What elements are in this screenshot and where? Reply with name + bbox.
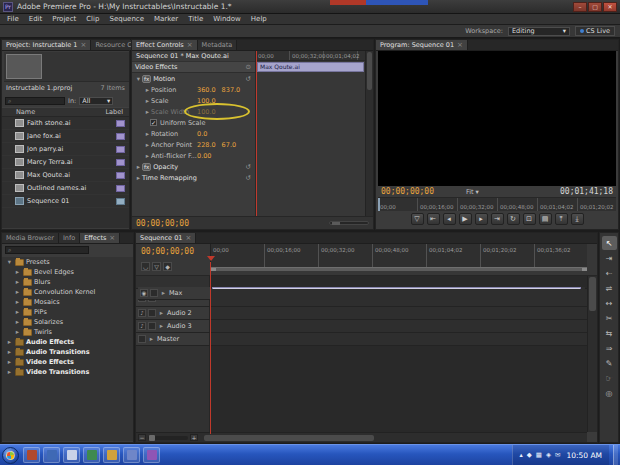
close-icon[interactable]: × [457,41,463,49]
tray-icon[interactable]: ▦ [536,451,542,459]
mini-timeline-clip[interactable]: Max Qoute.ai [257,62,364,72]
menu-sequence[interactable]: Sequence [104,15,149,23]
effect-row[interactable]: ▸fxOpacity↺ [132,161,255,172]
zoom-level-select[interactable]: Fit ▾ [466,188,479,196]
taskbar-app-icon[interactable] [143,447,160,463]
tray-icon[interactable]: ✉ [555,451,560,459]
param-value[interactable]: 837.0 [222,86,241,94]
chevron-right-icon[interactable]: ▸ [14,318,21,326]
label-chip[interactable] [116,185,125,192]
menu-project[interactable]: Project [47,15,81,23]
label-chip[interactable] [116,172,125,179]
effects-folder[interactable]: ▸Twirls [2,327,133,337]
tab-project[interactable]: Project: Instructable 1 × [2,40,91,50]
speaker-icon[interactable]: ♪ [138,322,146,330]
razor-tool[interactable]: ✂ [602,311,617,325]
playhead-marker[interactable] [207,256,215,261]
project-item[interactable]: Jon parry.ai [2,143,129,156]
close-icon[interactable]: × [109,234,115,242]
param-value[interactable]: 100.0 [197,108,216,116]
zoom-tool[interactable]: ◎ [602,386,617,400]
menu-help[interactable]: Help [246,15,272,23]
param-value[interactable]: 0.0 [197,130,207,138]
effects-folder[interactable]: ▸Solarizes [2,317,133,327]
ripple-edit-tool[interactable]: ⇠ [602,266,617,280]
effects-folder[interactable]: ▸PiPs [2,307,133,317]
menu-file[interactable]: File [2,15,24,23]
reset-effect-icon[interactable]: ↺ [246,174,251,182]
chevron-right-icon[interactable]: ▸ [148,335,155,343]
chevron-right-icon[interactable]: ▸ [14,288,21,296]
fx-mini-ruler[interactable]: 00;0000;00;32;0000;01;04;02 [256,51,365,61]
chevron-right-icon[interactable]: ▸ [144,141,151,149]
snap-icon[interactable]: ◡ [141,262,150,271]
step-forward-button[interactable]: ▸ [475,213,488,225]
chevron-right-icon[interactable]: ▸ [158,309,165,317]
set-marker-icon[interactable]: ▽ [152,262,161,271]
clock[interactable]: 10:50 AM [566,451,602,460]
label-chip[interactable] [116,133,125,140]
loop-button[interactable]: ↻ [507,213,520,225]
effect-row[interactable]: ▸Time Remapping↺ [132,172,255,183]
timeline-zoom-slider[interactable] [148,436,188,440]
slip-tool[interactable]: ⇆ [602,326,617,340]
track-header[interactable]: ♪▸Audio 2 [136,307,210,319]
close-icon[interactable]: × [185,234,191,242]
taskbar-app-icon[interactable] [43,447,60,463]
track-lock-icon[interactable] [148,322,156,330]
label-chip[interactable] [116,159,125,166]
label-chip[interactable] [116,198,125,205]
chevron-right-icon[interactable]: ▸ [158,322,165,330]
mini-timeline-scrollbar[interactable] [365,51,373,216]
pen-tool[interactable]: ✎ [602,356,617,370]
safe-margins-button[interactable]: ⊡ [523,213,536,225]
tab-info[interactable]: Info [59,233,80,243]
track-header[interactable]: ♪▸Audio 3 [136,320,210,332]
effects-bin[interactable]: ▸Video Transitions [2,367,133,377]
tab-program-sequence[interactable]: Program: Sequence 01 × [376,40,468,50]
lift-button[interactable]: ⤒ [555,213,568,225]
playhead-line[interactable] [210,262,211,434]
tab-media-browser[interactable]: Media Browser [2,233,59,243]
column-name[interactable]: Name [16,108,35,116]
reset-effect-icon[interactable]: ↺ [246,75,251,83]
track-lane[interactable] [210,333,587,345]
scrollbar-thumb[interactable] [367,52,372,90]
search-in-select[interactable]: All ▾ [79,97,113,105]
tray-icon[interactable]: ◆ [527,451,532,459]
track-select-tool[interactable]: ⇥ [602,251,617,265]
taskbar-app-icon[interactable] [103,447,120,463]
slide-tool[interactable]: ⇒ [602,341,617,355]
close-icon[interactable]: × [187,41,193,49]
program-current-timecode[interactable]: 00;00;00;00 [381,187,434,196]
timeline-timecode[interactable]: 00;00;00;00 [141,247,194,256]
param-value[interactable]: 0.00 [197,152,211,160]
output-button[interactable]: ▤ [539,213,552,225]
mini-timeline-playhead[interactable] [256,51,257,216]
menu-marker[interactable]: Marker [149,15,183,23]
menu-edit[interactable]: Edit [24,15,48,23]
menu-title[interactable]: Title [183,15,208,23]
timeline-vertical-scrollbar[interactable] [587,276,597,432]
chevron-right-icon[interactable]: ▸ [6,368,13,376]
play-button[interactable]: ▶ [459,213,472,225]
chevron-right-icon[interactable]: ▸ [14,308,21,316]
scrollbar-thumb[interactable] [204,435,374,441]
chevron-right-icon[interactable]: ▸ [144,108,151,116]
effect-row[interactable]: ▾fxMotion↺ [132,73,255,84]
zoom-in-button[interactable]: + [190,434,198,441]
track-header[interactable]: ▸Master [136,333,210,345]
track-lane[interactable] [210,289,587,306]
go-to-in-button[interactable]: ⇤ [427,213,440,225]
project-item[interactable]: Outlined names.ai [2,182,129,195]
menu-window[interactable]: Window [208,15,246,23]
param-value[interactable]: 228.0 [197,141,216,149]
chevron-right-icon[interactable]: ▸ [135,163,142,171]
taskbar-app-icon[interactable] [63,447,80,463]
tray-icon[interactable]: ▴ [520,451,523,459]
column-label[interactable]: Label [105,108,123,116]
speaker-icon[interactable]: ♪ [138,309,146,317]
label-chip[interactable] [116,146,125,153]
chevron-down-icon[interactable]: ▾ [135,75,142,83]
effects-folder[interactable]: ▸Blurs [2,277,133,287]
